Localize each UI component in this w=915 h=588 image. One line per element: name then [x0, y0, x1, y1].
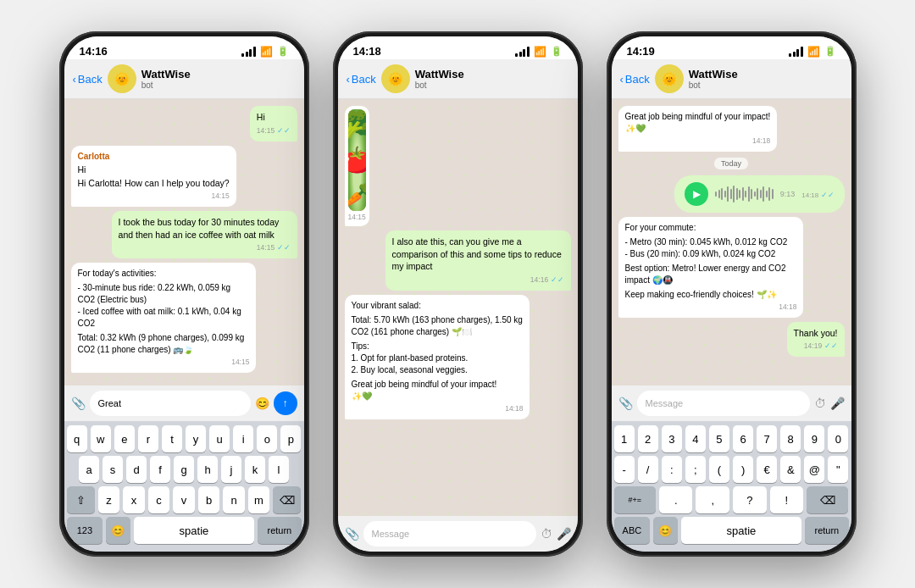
- chat-name-2: WattWise: [415, 68, 569, 81]
- return-key-3[interactable]: return: [805, 517, 848, 544]
- chat-header-3: ‹ Back 🌞 WattWise bot: [612, 59, 851, 99]
- key-m[interactable]: m: [248, 486, 270, 513]
- msg-1-4: For today's activities: - 30-minute bus …: [71, 263, 257, 373]
- delete-key[interactable]: ⌫: [273, 486, 301, 513]
- send-button-1[interactable]: ↑: [274, 391, 297, 415]
- msg-3-2: For your commute: - Metro (30 min): 0.04…: [618, 217, 804, 318]
- key-l[interactable]: l: [269, 456, 289, 483]
- key-h[interactable]: h: [197, 456, 218, 483]
- message-input-1[interactable]: Great: [90, 391, 251, 416]
- input-area-2: 📎 Message ⏱ 🎤: [338, 516, 578, 552]
- key-p[interactable]: p: [280, 425, 301, 452]
- key-9[interactable]: 9: [804, 425, 824, 452]
- input-row-1: 📎 Great 😊 ↑: [71, 391, 297, 416]
- key-2[interactable]: 2: [638, 425, 658, 452]
- key-1[interactable]: 1: [614, 425, 635, 452]
- num-switch-key[interactable]: 123: [67, 517, 103, 544]
- msg-3-1: Great job being mindful of your impact! …: [618, 106, 778, 152]
- chat-name-3: WattWise: [689, 68, 843, 81]
- back-button-2[interactable]: ‹ Back: [347, 73, 376, 86]
- chat-title-3: WattWise bot: [689, 68, 843, 91]
- emoji-key[interactable]: 😊: [106, 517, 130, 544]
- signal-2: [515, 47, 530, 57]
- mic-icon-3[interactable]: 🎤: [830, 397, 845, 410]
- return-key[interactable]: return: [258, 517, 301, 544]
- keyboard-1: q w e r t y u i o p a s d f g: [64, 421, 304, 552]
- abc-key[interactable]: ABC: [614, 517, 651, 544]
- time-3: 14:19: [627, 45, 655, 58]
- key-question[interactable]: ?: [733, 486, 767, 513]
- key-e[interactable]: e: [114, 425, 135, 452]
- avatar-2: 🌞: [381, 64, 410, 93]
- battery-icon-3: 🔋: [824, 46, 836, 57]
- key-quote[interactable]: ": [828, 456, 848, 483]
- key-6[interactable]: 6: [733, 425, 753, 452]
- key-dash[interactable]: -: [614, 456, 635, 483]
- key-k[interactable]: k: [245, 456, 265, 483]
- key-n[interactable]: n: [223, 486, 245, 513]
- back-button-1[interactable]: ‹ Back: [73, 73, 103, 86]
- key-colon[interactable]: :: [662, 456, 682, 483]
- key-b[interactable]: b: [198, 486, 220, 513]
- key-d[interactable]: d: [126, 456, 147, 483]
- play-button[interactable]: ▶: [685, 182, 708, 206]
- key-hashplus[interactable]: #+=: [614, 486, 656, 513]
- key-j[interactable]: j: [221, 456, 241, 483]
- key-semi[interactable]: ;: [685, 456, 706, 483]
- key-f[interactable]: f: [150, 456, 170, 483]
- key-x[interactable]: x: [123, 486, 145, 513]
- space-key[interactable]: spatie: [134, 517, 254, 544]
- attachment-icon-1[interactable]: 📎: [71, 397, 86, 410]
- timer-icon-3[interactable]: ⏱: [814, 397, 826, 410]
- key-comma[interactable]: ,: [696, 486, 729, 513]
- key-w[interactable]: w: [91, 425, 111, 452]
- battery-icon-1: 🔋: [277, 46, 289, 57]
- chat-sub-2: bot: [415, 80, 569, 90]
- emoji-key-3[interactable]: 😊: [653, 517, 678, 544]
- key-r[interactable]: r: [138, 425, 158, 452]
- key-amp[interactable]: &: [780, 456, 801, 483]
- placeholder-3: Message: [646, 398, 684, 408]
- key-u[interactable]: u: [209, 425, 230, 452]
- key-c[interactable]: c: [148, 486, 170, 513]
- space-key-3[interactable]: spatie: [681, 517, 801, 544]
- key-5[interactable]: 5: [709, 425, 729, 452]
- shift-key[interactable]: ⇧: [67, 486, 95, 513]
- message-input-2[interactable]: Message: [363, 521, 536, 546]
- key-8[interactable]: 8: [780, 425, 801, 452]
- key-y[interactable]: y: [186, 425, 206, 452]
- key-4[interactable]: 4: [685, 425, 706, 452]
- emoji-icon-1[interactable]: 😊: [255, 397, 269, 410]
- attachment-icon-2[interactable]: 📎: [345, 527, 359, 541]
- phone-2: 14:18 📶 🔋 ‹ Back: [333, 31, 583, 557]
- key-i[interactable]: i: [233, 425, 253, 452]
- key-z[interactable]: z: [98, 486, 120, 513]
- message-input-3[interactable]: Message: [637, 391, 810, 416]
- mic-icon-2[interactable]: 🎤: [557, 527, 571, 541]
- key-euro[interactable]: €: [757, 456, 777, 483]
- key-q[interactable]: q: [67, 425, 87, 452]
- key-lparen[interactable]: (: [709, 456, 729, 483]
- keyboard-3: 1 2 3 4 5 6 7 8 9 0 - / : ; ( ): [612, 421, 851, 552]
- delete-key-3[interactable]: ⌫: [807, 486, 848, 513]
- key-dot[interactable]: .: [659, 486, 693, 513]
- timer-icon-2[interactable]: ⏱: [541, 527, 552, 541]
- key-7[interactable]: 7: [757, 425, 777, 452]
- key-excl[interactable]: !: [770, 486, 804, 513]
- key-3[interactable]: 3: [662, 425, 682, 452]
- phone-3: 14:19 📶 🔋 ‹ Back: [607, 31, 857, 557]
- key-s[interactable]: s: [103, 456, 123, 483]
- key-t[interactable]: t: [162, 425, 182, 452]
- chat-sub-1: bot: [141, 80, 296, 90]
- key-g[interactable]: g: [174, 456, 194, 483]
- back-button-3[interactable]: ‹ Back: [620, 73, 650, 86]
- key-a[interactable]: a: [79, 456, 99, 483]
- key-slash[interactable]: /: [638, 456, 658, 483]
- key-v[interactable]: v: [173, 486, 195, 513]
- key-at[interactable]: @: [804, 456, 824, 483]
- attachment-icon-3[interactable]: 📎: [618, 397, 633, 410]
- key-rparen[interactable]: ): [733, 456, 753, 483]
- status-icons-2: 📶 🔋: [515, 46, 563, 58]
- key-o[interactable]: o: [257, 425, 277, 452]
- key-0[interactable]: 0: [828, 425, 848, 452]
